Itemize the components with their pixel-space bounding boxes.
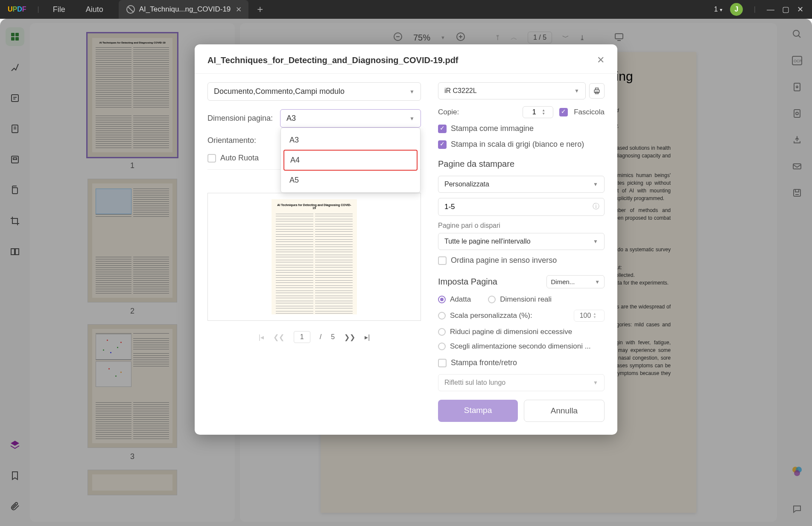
printer-select[interactable]: iR C3222L▼ xyxy=(438,82,586,99)
actual-size-label: Dimensioni reali xyxy=(500,295,552,304)
preview-last-icon[interactable]: ▸| xyxy=(365,333,370,341)
preview-nav: |◂ ❮❮ 1 / 5 ❯❯ ▸| xyxy=(207,331,421,343)
minimize-icon[interactable]: — xyxy=(767,5,774,14)
auto-rotate-label: Auto Ruota xyxy=(220,154,259,163)
collate-checkbox[interactable] xyxy=(559,108,568,116)
dropdown-item-a5[interactable]: A5 xyxy=(283,171,418,190)
window-count[interactable]: 1 ▾ xyxy=(714,6,722,13)
modal-title: AI_Techniques_for_Detecting_and_Diagnosi… xyxy=(207,55,459,65)
shrink-radio[interactable] xyxy=(438,328,446,336)
reverse-order-checkbox[interactable] xyxy=(438,256,447,265)
orientation-label: Orientamento: xyxy=(207,136,280,145)
grayscale-checkbox[interactable] xyxy=(438,140,447,149)
duplex-checkbox[interactable] xyxy=(438,359,447,367)
pages-section-heading: Pagine da stampare xyxy=(438,159,605,169)
pages-range-input[interactable] xyxy=(438,198,605,216)
dropdown-item-a4[interactable]: A4 xyxy=(283,150,418,171)
preview-total: 5 xyxy=(331,333,335,341)
shrink-label: Riduci pagine di dimensioni eccessive xyxy=(450,328,572,336)
document-tab[interactable]: AI_Techniqu...ng_COVID-19 ✕ xyxy=(119,0,249,19)
page-size-select[interactable]: A3▼ A3 A4 A5 xyxy=(280,109,421,128)
maximize-icon[interactable]: ▢ xyxy=(782,5,789,14)
page-setup-heading: Imposta Pagina Dimen...▼ xyxy=(438,275,605,288)
doc-icon xyxy=(126,4,136,15)
preview-prev-icon[interactable]: ❮❮ xyxy=(273,333,284,341)
choose-source-label: Scegli alimentazione secondo dimensioni … xyxy=(450,342,591,351)
menu-file[interactable]: File xyxy=(43,5,76,14)
collate-label: Fascicola xyxy=(574,108,605,116)
preview-next-icon[interactable]: ❯❯ xyxy=(344,333,355,341)
dropdown-item-a3[interactable]: A3 xyxy=(283,131,418,150)
modal-overlay: AI_Techniques_for_Detecting_and_Diagnosi… xyxy=(0,19,812,526)
modal-close-icon[interactable]: ✕ xyxy=(597,55,605,66)
app-logo: UPDF xyxy=(0,6,34,13)
close-icon[interactable]: ✕ xyxy=(797,5,803,14)
preview-first-icon[interactable]: |◂ xyxy=(259,333,264,341)
choose-source-radio[interactable] xyxy=(438,343,446,350)
auto-rotate-checkbox[interactable] xyxy=(207,154,216,163)
custom-scale-input[interactable]: ▲▼ xyxy=(574,310,605,322)
help-icon[interactable]: ⓘ xyxy=(593,202,599,211)
grayscale-label: Stampa in scala di grigi (bianco e nero) xyxy=(451,140,584,149)
copies-label: Copie: xyxy=(438,108,459,116)
odd-even-label: Pagine pari o dispari xyxy=(438,222,605,230)
print-as-image-label: Stampa come immagine xyxy=(451,124,534,133)
duplex-label: Stampa fronte/retro xyxy=(451,358,517,367)
print-button[interactable]: Stampa xyxy=(438,400,518,422)
titlebar: UPDF | File Aiuto AI_Techniqu...ng_COVID… xyxy=(0,0,812,19)
fit-radio[interactable] xyxy=(438,296,446,303)
print-preview: AI Techniques for Detecting and Diagnosi… xyxy=(207,193,421,321)
page-setup-select[interactable]: Dimen...▼ xyxy=(546,275,605,288)
tab-title: AI_Techniqu...ng_COVID-19 xyxy=(139,5,231,14)
flip-select[interactable]: Rifletti sul lato lungo▼ xyxy=(438,374,605,391)
custom-scale-label: Scala personalizzata (%): xyxy=(450,311,532,320)
cancel-button[interactable]: Annulla xyxy=(524,400,605,422)
preview-page-input[interactable]: 1 xyxy=(294,331,310,343)
content-type-select[interactable]: Documento,Commento,Campi modulo▼ xyxy=(207,82,421,101)
print-as-image-checkbox[interactable] xyxy=(438,125,447,133)
svg-rect-35 xyxy=(596,88,599,90)
tab-add-icon[interactable]: + xyxy=(257,3,263,15)
custom-scale-radio[interactable] xyxy=(438,312,446,320)
page-size-dropdown: A3 A4 A5 xyxy=(280,128,421,193)
odd-even-select[interactable]: Tutte le pagine nell'intervallo▼ xyxy=(438,233,605,250)
menu-help[interactable]: Aiuto xyxy=(76,5,114,14)
printer-settings-icon[interactable] xyxy=(589,83,605,99)
copies-input[interactable]: ▲▼ xyxy=(523,106,553,118)
reverse-order-label: Ordina pagine in senso inverso xyxy=(451,256,557,265)
pages-mode-select[interactable]: Personalizzata▼ xyxy=(438,176,605,193)
user-avatar[interactable]: J xyxy=(730,3,743,16)
tab-close-icon[interactable]: ✕ xyxy=(236,5,242,14)
page-size-label: Dimensioni pagina: xyxy=(207,114,280,123)
svg-line-1 xyxy=(128,7,133,12)
fit-label: Adatta xyxy=(450,295,471,304)
print-dialog: AI_Techniques_for_Detecting_and_Diagnosi… xyxy=(195,44,617,435)
actual-size-radio[interactable] xyxy=(488,296,496,303)
